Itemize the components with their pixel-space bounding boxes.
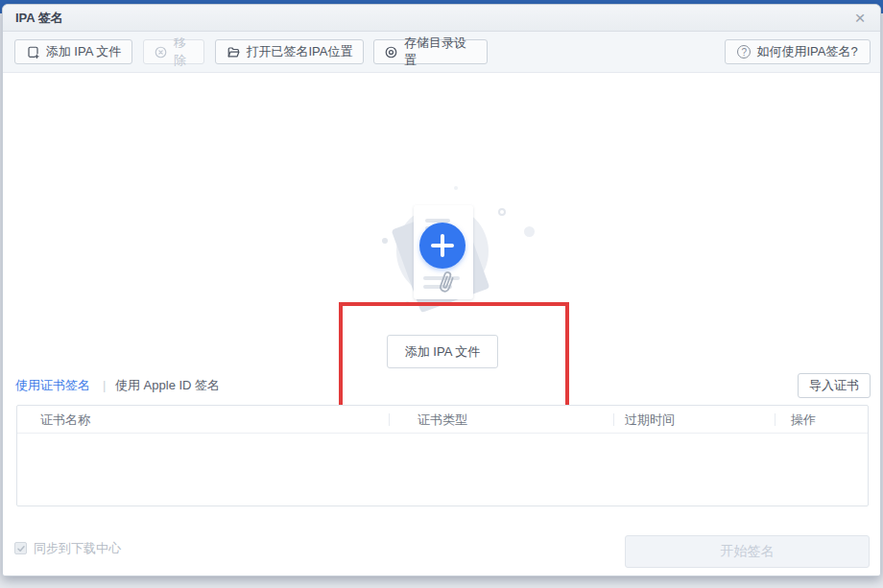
decor-dot <box>498 208 506 216</box>
toolbar-button-label: 存储目录设置 <box>404 35 477 69</box>
column-header-expire-time: 过期时间 <box>625 406 675 434</box>
folder-open-icon <box>227 45 241 59</box>
toolbar-button-label: 如何使用IPA签名? <box>756 43 857 60</box>
column-header-actions: 操作 <box>791 406 816 434</box>
tab-divider: | <box>103 369 106 402</box>
storage-settings-button[interactable]: 存储目录设置 <box>373 39 488 64</box>
start-button-label: 开始签名 <box>721 543 775 560</box>
decor-dot <box>454 186 458 190</box>
dialog-titlebar: IPA 签名 × <box>3 5 880 32</box>
remove-toolbar-button[interactable]: 移除 <box>143 39 204 64</box>
toolbar-button-label: 移除 <box>174 35 194 69</box>
sign-method-tabs: 使用证书签名 | 使用 Apple ID 签名 导入证书 <box>3 369 880 402</box>
question-glyph: ? <box>742 47 748 58</box>
drop-area: 添加 IPA 文件 <box>3 73 880 369</box>
center-button-label: 添加 IPA 文件 <box>405 343 481 361</box>
start-signing-button[interactable]: 开始签名 <box>625 535 870 568</box>
sync-download-checkbox[interactable] <box>14 542 27 554</box>
tab-certificate-sign[interactable]: 使用证书签名 <box>15 369 90 402</box>
tab-apple-id-sign[interactable]: 使用 Apple ID 签名 <box>115 369 220 402</box>
ipa-sign-dialog: IPA 签名 × 添加 IPA 文件 移除 打开已签名IPA位置 <box>2 4 881 576</box>
decor-dot <box>382 238 388 244</box>
sync-checkbox-label: 同步到下载中心 <box>34 540 121 556</box>
add-ipa-file-center-button[interactable]: 添加 IPA 文件 <box>387 335 498 368</box>
table-header-row: 证书名称 证书类型 过期时间 操作 <box>17 406 868 434</box>
table-body-empty <box>17 434 868 506</box>
add-ipa-file-toolbar-button[interactable]: 添加 IPA 文件 <box>14 39 132 64</box>
decor-dot <box>524 226 535 237</box>
column-header-cert-type: 证书类型 <box>418 406 467 434</box>
toolbar-button-label: 打开已签名IPA位置 <box>247 43 353 60</box>
plus-bar <box>441 234 444 257</box>
remove-circle-icon <box>154 45 168 59</box>
import-button-label: 导入证书 <box>809 377 859 394</box>
check-icon <box>16 544 26 553</box>
column-header-cert-name: 证书名称 <box>40 406 90 434</box>
certificate-table: 证书名称 证书类型 过期时间 操作 <box>16 405 869 506</box>
question-circle-icon: ? <box>737 45 751 59</box>
close-button[interactable]: × <box>849 8 871 29</box>
toolbar: 添加 IPA 文件 移除 打开已签名IPA位置 存储目录设置 ? 如何使用IPA… <box>3 32 880 73</box>
storage-target-icon <box>384 45 398 59</box>
close-icon: × <box>854 8 865 28</box>
toolbar-button-label: 添加 IPA 文件 <box>46 43 122 60</box>
column-divider <box>389 413 390 426</box>
column-divider <box>613 413 614 426</box>
add-plus-icon <box>419 223 465 269</box>
open-signed-location-button[interactable]: 打开已签名IPA位置 <box>215 39 364 64</box>
column-divider <box>775 413 776 426</box>
import-certificate-button[interactable]: 导入证书 <box>798 373 871 398</box>
help-button[interactable]: ? 如何使用IPA签名? <box>725 39 871 64</box>
file-add-icon <box>26 45 40 59</box>
dialog-title: IPA 签名 <box>15 5 63 32</box>
